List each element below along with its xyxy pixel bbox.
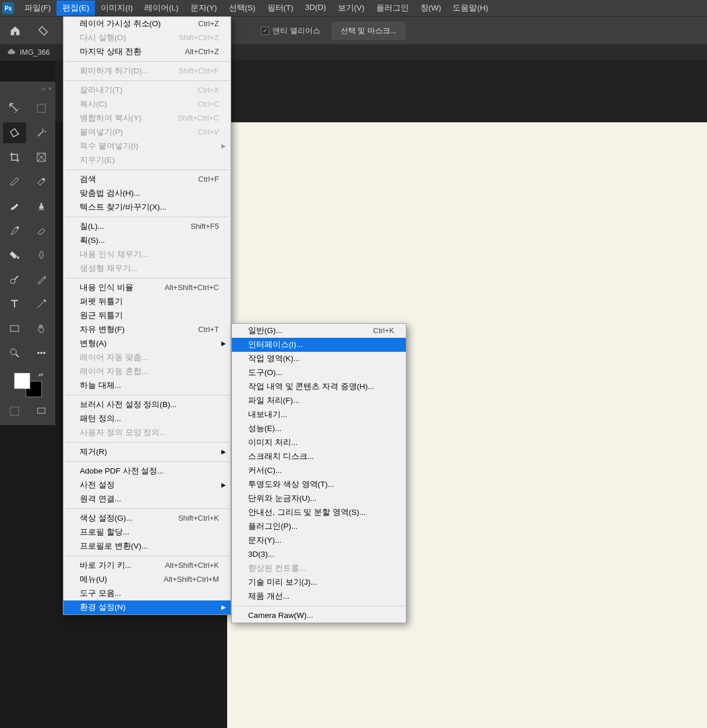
edit-menu-item-39[interactable]: 원격 연결...	[63, 492, 231, 506]
quickmask-tool[interactable]	[3, 401, 26, 422]
swap-colors-icon[interactable]: ⇄	[38, 372, 43, 378]
edit-menu-item-26[interactable]: 변형(A)▶	[63, 337, 231, 351]
menu-item-shortcut: Alt+Shift+Ctrl+M	[164, 574, 219, 585]
move-tool[interactable]	[3, 98, 26, 119]
heal-tool[interactable]	[30, 171, 53, 192]
edit-menu-item-32[interactable]: 패턴 정의...	[63, 412, 231, 426]
menu-플러그인[interactable]: 플러그인	[370, 1, 415, 16]
select-and-mask-button[interactable]: 선택 및 마스크...	[332, 22, 405, 40]
edit-menu-item-17[interactable]: 칠(L)...Shift+F5	[63, 220, 231, 234]
prefs-menu-item-11[interactable]: 투명도와 색상 영역(T)...	[232, 478, 406, 492]
svg-rect-8	[10, 407, 18, 415]
menu-편집[interactable]: 편집(E)	[56, 1, 95, 16]
edit-menu-item-2[interactable]: 마지막 상태 전환Alt+Ctrl+Z	[63, 45, 231, 59]
edit-menu-item-14[interactable]: 맞춤법 검사(H)...	[63, 186, 231, 200]
menu-item-shortcut: Ctrl+C	[197, 99, 219, 109]
eyedrop-tool[interactable]	[3, 171, 26, 192]
menu-창[interactable]: 창(W)	[415, 1, 447, 16]
prefs-menu-item-19[interactable]: 제품 개선...	[232, 589, 406, 603]
prefs-menu-item-18[interactable]: 기술 미리 보기(J)...	[232, 575, 406, 589]
bucket-tool[interactable]	[3, 245, 26, 266]
prefs-menu-item-1[interactable]: 인터페이스(I)...	[232, 338, 406, 352]
marquee-tool[interactable]	[30, 98, 53, 119]
crop-tool[interactable]	[3, 147, 26, 168]
frame-tool[interactable]	[30, 147, 53, 168]
prefs-menu-item-0[interactable]: 일반(G)...Ctrl+K	[232, 324, 406, 338]
rect-tool[interactable]	[3, 318, 26, 339]
edit-menu-item-37[interactable]: Adobe PDF 사전 설정...	[63, 464, 231, 478]
menu-레이어[interactable]: 레이어(L)	[139, 1, 185, 16]
antialias-checkbox[interactable]: ✓ 앤티 앨리어스	[261, 26, 320, 36]
foreground-color-swatch[interactable]	[14, 373, 30, 389]
edit-menu-item-43[interactable]: 프로필로 변환(V)...	[63, 539, 231, 553]
prefs-menu-item-15[interactable]: 문자(Y)...	[232, 533, 406, 547]
pen-tool[interactable]	[30, 269, 53, 290]
prefs-menu-item-6[interactable]: 내보내기...	[232, 408, 406, 422]
zoom-tool[interactable]	[3, 342, 26, 363]
prefs-menu-item-14[interactable]: 플러그인(P)...	[232, 520, 406, 533]
menu-item-label: 붙여넣기(P)	[80, 127, 123, 137]
edit-menu-item-18[interactable]: 획(S)...	[63, 234, 231, 248]
eraser-tool[interactable]	[30, 220, 53, 241]
stamp-tool[interactable]	[30, 196, 53, 217]
menu-필터[interactable]: 필터(T)	[261, 1, 299, 16]
edit-menu-item-35[interactable]: 제거(R)▶	[63, 445, 231, 459]
prefs-menu-item-12[interactable]: 단위와 눈금자(U)...	[232, 492, 406, 506]
history-tool[interactable]	[3, 220, 26, 241]
toolbox-collapse[interactable]: ‹‹×	[0, 84, 55, 93]
prefs-menu-item-2[interactable]: 작업 영역(K)...	[232, 352, 406, 366]
menu-파일[interactable]: 파일(F)	[19, 1, 56, 16]
type-tool[interactable]	[3, 294, 26, 314]
edit-menu-item-48[interactable]: 환경 설정(N)▶	[63, 600, 231, 614]
edit-menu-item-42[interactable]: 프로필 할당...	[63, 525, 231, 539]
edit-menu-item-46[interactable]: 메뉴(U)Alt+Shift+Ctrl+M	[63, 572, 231, 586]
menu-문자[interactable]: 문자(Y)	[185, 1, 223, 16]
tool-preset-icon[interactable]	[35, 23, 51, 39]
edit-menu-item-0[interactable]: 레이어 가시성 취소(O)Ctrl+Z	[63, 17, 231, 31]
edit-menu-item-15[interactable]: 텍스트 찾기/바꾸기(X)...	[63, 200, 231, 214]
edit-menu-item-38[interactable]: 사전 설정▶	[63, 478, 231, 492]
prefs-menu-item-21[interactable]: Camera Raw(W)...	[232, 609, 406, 623]
hand-tool[interactable]	[30, 318, 53, 339]
edit-menu-item-41[interactable]: 색상 설정(G)...Shift+Ctrl+K	[63, 511, 231, 525]
home-button[interactable]	[7, 23, 23, 39]
brush-tool[interactable]	[3, 196, 26, 217]
prefs-menu-item-13[interactable]: 안내선, 그리드 및 분할 영역(S)...	[232, 506, 406, 520]
lasso-tool[interactable]	[3, 122, 26, 143]
edit-menu-item-45[interactable]: 바로 가기 키...Alt+Shift+Ctrl+K	[63, 559, 231, 572]
ellipsis-tool[interactable]	[30, 342, 53, 363]
menu-보기[interactable]: 보기(V)	[332, 1, 370, 16]
menu-선택[interactable]: 선택(S)	[223, 1, 261, 16]
menu-item-label: 3D(3)...	[248, 549, 274, 560]
path-tool[interactable]	[30, 294, 53, 314]
menu-3d[interactable]: 3D(D)	[299, 1, 332, 16]
menu-item-label: 프로필 할당...	[80, 527, 129, 538]
prefs-menu-item-4[interactable]: 작업 내역 및 콘텐츠 자격 증명(H)...	[232, 380, 406, 394]
edit-menu-item-22[interactable]: 내용 인식 비율Alt+Shift+Ctrl+C	[63, 281, 231, 295]
menu-item-label: 마지막 상태 전환	[80, 47, 142, 57]
edit-menu-item-29[interactable]: 하늘 대체...	[63, 379, 231, 393]
prefs-menu-item-10[interactable]: 커서(C)...	[232, 464, 406, 478]
edit-menu-item-47[interactable]: 도구 모음...	[63, 586, 231, 600]
prefs-menu-item-8[interactable]: 이미지 처리...	[232, 436, 406, 450]
color-swatches[interactable]: ⇄	[14, 373, 42, 397]
blur-tool[interactable]	[30, 245, 53, 266]
prefs-menu-item-9[interactable]: 스크래치 디스크...	[232, 450, 406, 464]
dodge-tool[interactable]	[3, 269, 26, 290]
menu-이미지[interactable]: 이미지(I)	[95, 1, 139, 16]
screenmode-tool[interactable]	[30, 401, 53, 422]
edit-menu-item-13[interactable]: 검색Ctrl+F	[63, 172, 231, 186]
edit-menu-item-31[interactable]: 브러시 사전 설정 정의(B)...	[63, 398, 231, 412]
edit-menu-item-25[interactable]: 자유 변형(F)Ctrl+T	[63, 323, 231, 337]
prefs-menu-item-7[interactable]: 성능(E)...	[232, 422, 406, 436]
prefs-menu-item-5[interactable]: 파일 처리(F)...	[232, 394, 406, 408]
menu-도움말[interactable]: 도움말(H)	[447, 1, 494, 16]
edit-menu-item-23[interactable]: 퍼펫 뒤틀기	[63, 295, 231, 309]
prefs-menu-item-3[interactable]: 도구(O)...	[232, 366, 406, 380]
document-tab-name[interactable]: IMG_366	[20, 48, 50, 56]
menu-item-label: 바로 가기 키...	[80, 560, 132, 571]
edit-menu-item-24[interactable]: 원근 뒤틀기	[63, 309, 231, 323]
menu-item-label: 희미하게 하기(D)...	[80, 66, 149, 76]
prefs-menu-item-16[interactable]: 3D(3)...	[232, 547, 406, 561]
wand-tool[interactable]	[30, 122, 53, 143]
